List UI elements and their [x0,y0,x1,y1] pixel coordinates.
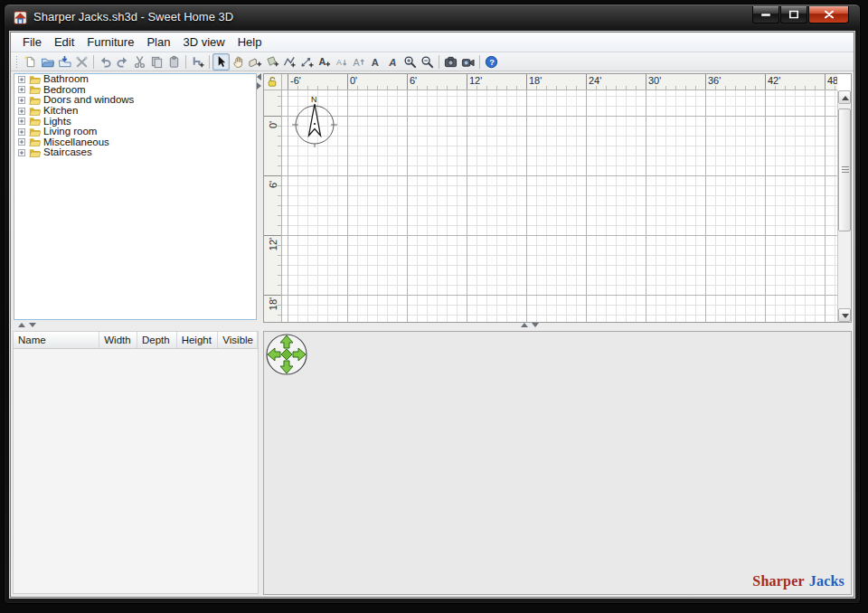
menu-furniture[interactable]: Furniture [80,33,140,52]
maximize-button[interactable] [780,6,807,24]
open-button[interactable] [39,53,56,71]
italic-icon: A [386,55,400,69]
decrease-text-size-icon: A [335,55,348,69]
category-label: Doors and windows [43,95,134,105]
copy-icon [150,55,164,69]
expand-icon[interactable] [18,76,25,83]
catalog-category-miscellaneous[interactable]: Miscellaneous [14,137,256,148]
expand-icon[interactable] [18,86,25,93]
bold-button[interactable]: A [367,53,384,71]
preferences-button[interactable] [73,53,90,71]
furniture-list[interactable]: NameWidthDepthHeightVisible [13,331,259,594]
expand-icon[interactable] [18,108,25,115]
expand-icon[interactable] [18,128,25,136]
preferences-icon [75,55,89,69]
column-header-visible[interactable]: Visible [218,332,258,348]
svg-text:A: A [388,56,396,67]
create-polylines-button[interactable] [281,53,298,71]
column-header-name[interactable]: Name [14,332,99,348]
catalog-category-lights[interactable]: Lights [14,116,256,127]
vertical-ruler: 0'6'12'18' [264,90,282,322]
toolbar-separator [439,55,439,69]
scrollbar-thumb[interactable] [838,108,851,231]
plan-canvas[interactable]: N [282,90,837,322]
scroll-down-button[interactable] [838,308,851,322]
3d-view[interactable]: SharperJacks [263,331,852,595]
splitter-collapse-handles[interactable] [521,323,539,327]
plan-vertical-scrollbar[interactable] [837,90,851,322]
thumb-grip-icon [842,166,849,173]
bold-icon: A [369,55,382,69]
north-compass-icon[interactable]: N [289,94,340,148]
folder-icon [29,117,41,126]
right-column: -6'0'6'12'18'24'30'36'42'48' 0'6'12'18' … [263,71,854,597]
menu-plan[interactable]: Plan [140,33,176,52]
decrease-text-size-button[interactable]: A [333,53,350,71]
expand-icon[interactable] [18,138,25,146]
increase-text-size-button[interactable]: A [350,53,367,71]
catalog-category-bathroom[interactable]: Bathroom [14,74,256,85]
toolbar-grip[interactable] [15,55,18,68]
catalog-category-kitchen[interactable]: Kitchen [14,106,256,117]
furniture-catalog-tree[interactable]: BathroomBedroomDoors and windowsKitchenL… [14,73,257,320]
cut-button[interactable] [131,53,148,71]
expand-icon[interactable] [18,97,25,104]
expand-icon[interactable] [18,118,25,125]
copy-button[interactable] [148,53,165,71]
increase-text-size-icon: A [352,55,365,69]
italic-button[interactable]: A [384,53,401,71]
collapse-right-icon [257,82,261,90]
close-icon [825,11,834,19]
help-button[interactable]: ? [483,53,500,71]
catalog-category-doors-and-windows[interactable]: Doors and windows [14,95,256,106]
select-button[interactable] [212,53,230,71]
add-furniture-button[interactable] [189,53,206,71]
minimize-button[interactable] [752,6,779,24]
v-ruler-label: 0' [268,116,278,134]
pan-button[interactable] [230,53,247,71]
catalog-category-living-room[interactable]: Living room [14,127,256,137]
zoom-out-button[interactable] [419,53,436,71]
expand-icon[interactable] [18,149,25,156]
column-header-width[interactable]: Width [99,332,137,348]
paste-button[interactable] [165,53,183,71]
toolbar-separator [209,55,210,69]
minimize-icon [761,13,770,16]
catalog-category-bedroom[interactable]: Bedroom [14,85,256,96]
create-dimensions-button[interactable] [298,53,316,71]
new-document-button[interactable] [22,53,39,71]
scroll-up-button[interactable] [838,90,851,104]
logo-part1: Sharper [752,573,804,589]
plan-3d-splitter[interactable] [515,322,852,329]
splitter-collapse-handles[interactable] [257,73,261,90]
toolbar-separator [479,55,480,69]
create-rooms-icon [266,55,279,69]
undo-button[interactable] [97,53,114,71]
splitter-collapse-handles[interactable] [18,323,36,327]
close-button[interactable] [808,6,849,24]
menu-edit[interactable]: Edit [48,33,80,52]
menu-3d-view[interactable]: 3D view [176,33,231,52]
add-texts-button[interactable]: A [316,53,333,71]
save-button[interactable] [56,53,73,71]
column-header-height[interactable]: Height [177,332,219,348]
create-rooms-button[interactable] [264,53,281,71]
svg-text:A: A [318,56,326,67]
folder-icon [29,148,41,157]
category-label: Living room [43,127,97,137]
redo-button[interactable] [114,53,131,71]
folder-icon [29,137,41,146]
catalog-table-splitter[interactable] [13,322,259,329]
v-ruler-label: 6' [268,175,278,193]
create-walls-button[interactable] [247,53,264,71]
catalog-category-staircases[interactable]: Staircases [14,147,256,158]
menu-help[interactable]: Help [231,33,269,52]
zoom-in-button[interactable] [401,53,419,71]
create-video-button[interactable] [459,53,476,71]
title-bar[interactable]: Sharper Jacks.sh3d - Sweet Home 3D [5,5,860,32]
menu-file[interactable]: File [16,33,48,52]
svg-text:A: A [372,56,379,67]
create-photo-button[interactable] [442,53,459,71]
column-header-depth[interactable]: Depth [137,332,177,348]
3d-navigation-compass[interactable] [265,333,308,376]
